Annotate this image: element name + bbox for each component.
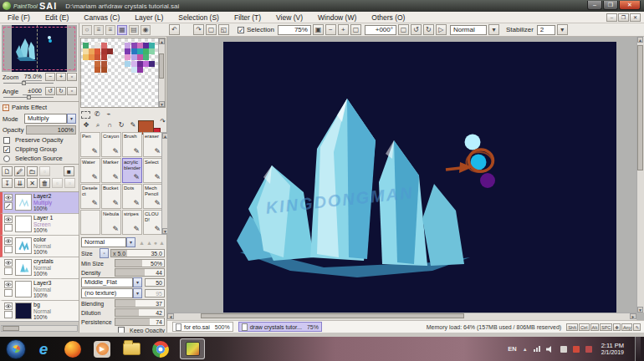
swatch-empty[interactable] (107, 54, 113, 60)
layer-row-layer-1[interactable]: Layer 1Screen100% (0, 214, 79, 236)
zoom-reset-button[interactable]: ▢ (350, 24, 361, 35)
zoom-tool-icon[interactable]: ⌕ (93, 121, 103, 130)
swatch[interactable] (95, 48, 100, 54)
flag-alert-icon[interactable] (585, 346, 592, 353)
rect-select-icon[interactable] (81, 111, 90, 119)
brush-blend-dropdown-icon[interactable]: ▾ (126, 237, 135, 247)
canvas[interactable]: KINGDONGMAN (223, 42, 616, 313)
tool-dots[interactable]: Dots✎ (122, 184, 142, 209)
tool-bucket[interactable]: Bucket✎ (101, 184, 121, 209)
layer-paint-indicator[interactable] (4, 202, 13, 210)
navigator-preview[interactable] (2, 25, 77, 72)
brush-shape-select[interactable]: Middle_Flat (81, 277, 133, 287)
tool-select[interactable]: Select✎ (143, 158, 163, 183)
swatch[interactable] (137, 61, 143, 67)
custom-color-icon[interactable]: ◉ (141, 25, 151, 35)
param-slider[interactable]: 37 (115, 299, 165, 308)
lock-layer-button[interactable]: ▫ (52, 178, 63, 188)
swatch-empty[interactable] (119, 48, 125, 54)
nav-zoom-in-button[interactable]: + (56, 73, 66, 81)
menu-item-filter[interactable]: Filter (T) (227, 13, 268, 22)
size-unit-button[interactable]: ▫ (100, 248, 109, 258)
rotate-tool-icon[interactable]: ↻ (116, 121, 126, 130)
layer-row-crystals[interactable]: crystalsNormal100% (0, 257, 79, 279)
swatch-empty[interactable] (119, 43, 125, 48)
menu-item-others[interactable]: Others (O) (364, 13, 412, 22)
swatch[interactable] (131, 67, 137, 73)
navigator-angle-slider[interactable] (3, 95, 54, 99)
swatch[interactable] (95, 67, 100, 73)
doc-close-button[interactable]: ✕ (630, 13, 641, 22)
zoom-fit-button[interactable]: ▣ (313, 24, 324, 35)
invert-selection-button[interactable]: ◱ (218, 24, 229, 35)
brush-texture-select[interactable]: (no texture) (81, 288, 133, 298)
swatch[interactable] (137, 48, 143, 54)
swatch-empty[interactable] (113, 43, 119, 48)
security-alert-icon[interactable] (573, 346, 580, 353)
paints-effect-expand-icon[interactable]: + (3, 104, 9, 111)
layer-visibility-eye-icon[interactable] (4, 259, 13, 267)
new-layer-button[interactable]: 🗋 (2, 166, 13, 176)
swatch[interactable] (143, 54, 149, 60)
color-wheel-icon[interactable]: ○ (82, 25, 92, 35)
opacity-slider[interactable]: 100% (26, 125, 76, 135)
zoom-field[interactable]: 75% (278, 25, 311, 35)
swatch[interactable] (131, 43, 137, 48)
language-indicator[interactable]: EN (508, 345, 516, 353)
lasso-icon[interactable]: ✆ (92, 110, 102, 119)
tool-eraser[interactable]: eraser✎ (143, 132, 163, 157)
layer-visibility-eye-icon[interactable] (4, 237, 13, 245)
rgb-slider-icon[interactable]: ≡ (94, 25, 104, 35)
swatch[interactable] (149, 43, 155, 48)
hidden-icons-chevron[interactable]: ▲ (523, 347, 528, 352)
hand-tool-icon[interactable]: ∩ (105, 121, 115, 130)
layer-mode-dropdown-icon[interactable]: ▾ (67, 114, 76, 124)
swatch[interactable] (131, 61, 137, 67)
layer-visibility-eye-icon[interactable] (4, 216, 13, 223)
merge-down-button[interactable]: ⇊ (14, 178, 25, 188)
param-slider[interactable]: 74 (115, 318, 165, 326)
nav-zoom-out-button[interactable]: − (45, 73, 55, 81)
tool-marker[interactable]: Marker✎ (101, 158, 121, 183)
layer-thumbnail[interactable] (15, 216, 32, 232)
swatch[interactable] (137, 54, 143, 60)
sai-taskbar-button[interactable] (180, 338, 205, 359)
taskbar-clock[interactable]: 2:11 PM 2/1/2019 (601, 343, 624, 356)
canvas-tab-draw-crystals-tutor[interactable]: draw crystals tutor...75% (238, 322, 322, 332)
swatch-empty[interactable] (89, 67, 95, 73)
doc-minimize-button[interactable]: – (606, 13, 617, 22)
swatch-empty[interactable] (125, 67, 130, 73)
swatch-empty[interactable] (113, 67, 119, 73)
swatch[interactable] (143, 61, 149, 67)
cursor-mode-icon[interactable]: ✥ (613, 323, 621, 331)
swatch[interactable] (101, 54, 107, 60)
brush-tip-icon[interactable]: ▲ (146, 240, 152, 246)
swatch-empty[interactable] (149, 67, 155, 73)
modifier-ctrl[interactable]: Ctrl (579, 323, 590, 331)
swatch[interactable] (101, 61, 107, 67)
checkbox-clipping-group[interactable]: ✓ (3, 146, 10, 153)
blend-mode-select[interactable]: Normal (450, 25, 487, 35)
swatch-empty[interactable] (113, 48, 119, 54)
swatch-empty[interactable] (149, 54, 155, 60)
swatch[interactable] (95, 54, 100, 60)
swatch[interactable] (89, 54, 95, 60)
swatch[interactable] (125, 43, 130, 48)
option-preserve-opacity[interactable]: Preserve Opacity (0, 135, 79, 145)
flip-button[interactable]: ▷ (436, 24, 447, 35)
scroll-up-icon[interactable]: ▲ (159, 38, 165, 44)
menu-item-canvas[interactable]: Canvas (C) (76, 13, 127, 22)
tool-pen[interactable]: Pen✎ (80, 132, 100, 157)
selection-toggle[interactable]: ✓ Selection (238, 26, 274, 33)
menu-item-window[interactable]: Window (W) (310, 13, 364, 22)
swatch[interactable] (149, 48, 155, 54)
swatch[interactable] (131, 54, 137, 60)
brush-shape-strength[interactable]: 50 (145, 278, 165, 287)
swatch-empty[interactable] (143, 67, 149, 73)
tool-cloud[interactable]: CLOUD!✎ (143, 210, 163, 235)
layer-paint-indicator[interactable] (4, 267, 13, 275)
layer-row-color[interactable]: colorNormal100% (0, 236, 79, 257)
modifier-shft[interactable]: Shft (566, 323, 578, 331)
swatch[interactable] (101, 48, 107, 54)
scroll-up-icon[interactable]: ▲ (637, 37, 643, 43)
